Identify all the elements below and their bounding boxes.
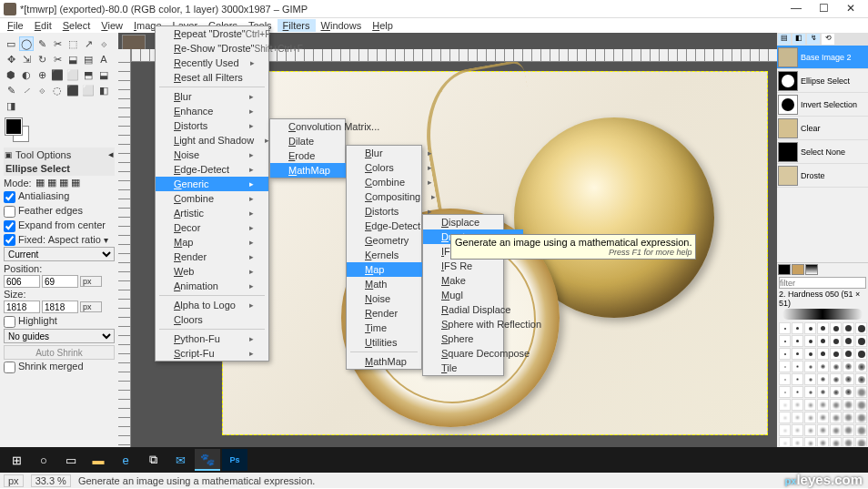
brush-60[interactable] [830,424,842,436]
menu-item-recently-used[interactable]: Recently Used▸ [156,56,268,70]
menu-item-blur[interactable]: Blur▸ [347,146,447,160]
brush-4[interactable] [830,322,842,334]
brush-67[interactable] [830,437,842,446]
tool-22[interactable]: ⟋ [19,83,34,97]
menu-item-sphere[interactable]: Sphere [423,331,523,346]
menu-item-animation[interactable]: Animation▸ [156,279,268,293]
brush-0[interactable] [779,322,791,334]
history-item[interactable]: Clear [777,117,868,140]
brush-18[interactable] [830,348,842,360]
menu-item-noise[interactable]: Noise▸ [156,148,268,162]
brush-27[interactable] [855,361,867,372]
size-w[interactable] [4,301,40,313]
brush-38[interactable] [817,386,829,398]
brush-45[interactable] [817,399,829,411]
menu-item-convolution-matrix-[interactable]: Convolution Matrix... [270,119,370,134]
brush-filter[interactable] [779,277,866,289]
brush-41[interactable] [855,386,867,398]
brush-36[interactable] [792,386,803,398]
menu-item-light-and-shadow[interactable]: Light and Shadow▸ [156,133,268,148]
pos-y[interactable] [42,275,78,288]
brush-66[interactable] [817,437,829,446]
gradient-tab[interactable] [805,264,818,275]
tool-28[interactable]: ◨ [4,98,18,113]
menu-item-combine[interactable]: Combine▸ [347,175,447,189]
tool-26[interactable]: ⬜ [81,83,96,97]
filters-menu[interactable]: Repeat "Droste"Ctrl+FRe-Show "Droste"Shi… [155,25,269,362]
menu-item-map[interactable]: Map▸ [156,235,268,250]
brush-69[interactable] [855,437,867,446]
brush-26[interactable] [843,361,854,372]
gimp-icon[interactable]: 🐾 [195,449,220,471]
generic-submenu[interactable]: Convolution Matrix...DilateErodeMathMap▸ [269,118,346,178]
brush-58[interactable] [804,424,816,436]
brush-10[interactable] [817,335,829,347]
brush-43[interactable] [792,399,803,411]
brush-20[interactable] [855,348,867,360]
image-tab[interactable] [122,35,146,49]
tool-0[interactable]: ▭ [4,36,18,51]
menu-item-make[interactable]: Make [423,273,523,288]
menu-item-ifs-re[interactable]: IFS Re [423,259,523,273]
brush-7[interactable] [779,335,791,347]
history-item[interactable]: Droste [777,164,868,188]
brush-33[interactable] [843,373,854,385]
taskbar[interactable]: ⊞ ○ ▭ ▬ e ⧉ ✉ 🐾 Ps [0,447,868,473]
brush-65[interactable] [804,437,816,446]
history-item[interactable]: Select None [777,140,868,164]
tool-6[interactable]: ⟐ [96,36,111,51]
menu-select[interactable]: Select [57,19,96,32]
tool-24[interactable]: ◌ [50,83,65,97]
brush-31[interactable] [817,373,829,385]
menu-item-artistic[interactable]: Artistic▸ [156,206,268,220]
brush-2[interactable] [804,322,816,334]
history-item[interactable]: Ellipse Select [777,69,868,93]
menubar[interactable]: FileEditSelectViewImageLayerColorsToolsF… [0,18,868,33]
tool-8[interactable]: ⇲ [19,52,34,66]
brush-13[interactable] [855,335,867,347]
tool-20[interactable]: ⬓ [96,67,111,82]
brush-63[interactable] [779,437,791,446]
brush-6[interactable] [855,322,867,334]
brush-53[interactable] [830,412,842,423]
brush-1[interactable] [792,322,803,334]
menu-item-cloors[interactable]: Cloors [156,312,268,327]
brush-42[interactable] [779,399,791,411]
mail-icon[interactable]: ✉ [167,449,193,471]
antialiasing-check[interactable]: Antialiasing [4,189,115,204]
autoshrink-button[interactable]: Auto Shrink [4,345,115,360]
menu-help[interactable]: Help [367,19,399,32]
brush-11[interactable] [830,335,842,347]
brush-57[interactable] [792,424,803,436]
tool-15[interactable]: ◐ [19,67,34,82]
menu-file[interactable]: File [2,19,29,32]
menu-item-decor[interactable]: Decor▸ [156,220,268,235]
menu-item-radial-displace[interactable]: Radial Displace [423,302,523,317]
expand-check[interactable]: Expand from center [4,219,115,233]
cortana-icon[interactable]: ○ [31,449,56,471]
menu-item-generic[interactable]: Generic▸ [156,177,268,191]
brush-tab[interactable] [778,264,791,275]
brush-55[interactable] [855,412,867,423]
shrinkmerged-check[interactable]: Shrink merged [4,360,115,374]
brush-56[interactable] [779,424,791,436]
tool-16[interactable]: ⊕ [35,67,49,82]
tool-27[interactable]: ◧ [96,83,111,97]
tool-12[interactable]: ▤ [81,52,96,66]
menu-item-re-show-droste-[interactable]: Re-Show "Droste"Shift+Ctrl+F [156,41,268,56]
menu-item-reset-all-filters[interactable]: Reset all Filters [156,70,268,85]
brush-34[interactable] [855,373,867,385]
brush-14[interactable] [779,348,791,360]
menu-item-enhance[interactable]: Enhance▸ [156,104,268,118]
brush-32[interactable] [830,373,842,385]
brush-29[interactable] [792,373,803,385]
brush-3[interactable] [817,322,829,334]
brush-51[interactable] [804,412,816,423]
brush-50[interactable] [792,412,803,423]
brush-40[interactable] [843,386,854,398]
brush-23[interactable] [804,361,816,372]
tab-paths[interactable]: ↯ [807,34,820,45]
brush-9[interactable] [804,335,816,347]
brush-12[interactable] [843,335,854,347]
explorer-icon[interactable]: ▬ [86,449,111,471]
